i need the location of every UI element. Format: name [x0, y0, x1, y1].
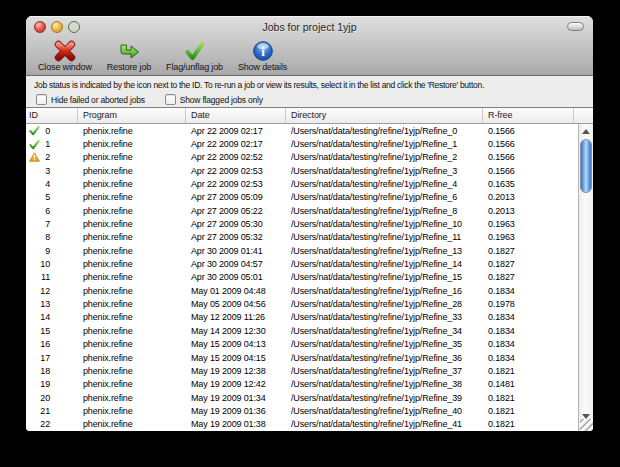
job-directory-cell: /Users/nat/data/testing/refine/1yjp/Refi…: [286, 232, 483, 242]
minimize-button[interactable]: [51, 21, 63, 33]
titlebar[interactable]: Jobs for project 1yjp: [26, 16, 593, 38]
toolbar: Close window Restore job Flag/unflag job: [26, 38, 593, 75]
table-row[interactable]: 0phenix.refineApr 22 2009 02:17/Users/na…: [26, 124, 578, 137]
job-id-cell: 13: [26, 299, 78, 310]
job-date-cell: Apr 27 2009 05:09: [186, 192, 286, 202]
close-window-button[interactable]: Close window: [38, 40, 92, 72]
toolbar-button-label: Restore job: [107, 62, 151, 72]
close-button[interactable]: [34, 21, 46, 33]
job-id: 5: [40, 192, 50, 202]
status-icon-empty: [28, 365, 40, 376]
job-program-cell: phenix.refine: [78, 299, 186, 309]
table-row[interactable]: 12phenix.refineMay 01 2009 04:48/Users/n…: [26, 284, 578, 297]
job-rfree-cell: 0.1827: [483, 246, 574, 256]
column-header-directory[interactable]: Directory: [286, 108, 483, 123]
column-header-id[interactable]: ID: [26, 108, 78, 123]
job-rfree-cell: 0.1834: [483, 353, 574, 363]
column-header-date[interactable]: Date: [186, 108, 286, 123]
table-row[interactable]: 10phenix.refineApr 30 2009 04:57/Users/n…: [26, 257, 578, 270]
window-chrome: Jobs for project 1yjp Close window: [26, 16, 593, 76]
status-icon-empty: [28, 245, 40, 256]
job-rfree-cell: 0.1566: [483, 139, 574, 149]
table-row[interactable]: 16phenix.refineMay 15 2009 04:13/Users/n…: [26, 338, 578, 351]
job-date-cell: May 15 2009 04:15: [186, 353, 286, 363]
job-date-cell: Apr 22 2009 02:17: [186, 139, 286, 149]
table-row[interactable]: 8phenix.refineApr 27 2009 05:32/Users/na…: [26, 231, 578, 244]
job-date-cell: Apr 30 2009 04:57: [186, 259, 286, 269]
job-program-cell: phenix.refine: [78, 259, 186, 269]
toolbar-toggle-button[interactable]: [567, 22, 584, 31]
job-date-cell: May 05 2009 04:56: [186, 299, 286, 309]
table-row[interactable]: 21phenix.refineMay 19 2009 01:36/Users/n…: [26, 404, 578, 417]
column-header-program[interactable]: Program: [78, 108, 186, 123]
job-id-cell: 2: [26, 152, 78, 163]
show-flagged-checkbox[interactable]: Show flagged jobs only: [165, 94, 263, 105]
status-icon-empty: [28, 179, 40, 190]
table-row[interactable]: 6phenix.refineApr 27 2009 05:22/Users/na…: [26, 204, 578, 217]
job-id-cell: 22: [26, 419, 78, 430]
job-program-cell: phenix.refine: [78, 393, 186, 403]
job-directory-cell: /Users/nat/data/testing/refine/1yjp/Refi…: [286, 246, 483, 256]
table-row[interactable]: 14phenix.refineMay 12 2009 11:26/Users/n…: [26, 311, 578, 324]
job-id: 15: [40, 326, 50, 336]
zoom-button[interactable]: [68, 21, 80, 33]
table-row[interactable]: 19phenix.refineMay 19 2009 12:42/Users/n…: [26, 378, 578, 391]
table-row[interactable]: 13phenix.refineMay 05 2009 04:56/Users/n…: [26, 297, 578, 310]
job-date-cell: May 19 2009 01:36: [186, 406, 286, 416]
job-id: 3: [40, 166, 50, 176]
table-row[interactable]: 15phenix.refineMay 14 2009 12:30/Users/n…: [26, 324, 578, 337]
vertical-scrollbar[interactable]: [578, 124, 593, 431]
job-id-cell: 0: [26, 125, 78, 136]
table-row[interactable]: 7phenix.refineApr 27 2009 05:30/Users/na…: [26, 217, 578, 230]
warning-icon: [28, 152, 40, 163]
scrollbar-thumb[interactable]: [580, 139, 592, 193]
hide-failed-checkbox[interactable]: Hide failed or aborted jobs: [36, 94, 145, 105]
status-icon-empty: [28, 392, 40, 403]
checkbox-icon[interactable]: [36, 94, 47, 105]
job-rfree-cell: 0.1481: [483, 379, 574, 389]
table-row[interactable]: 4phenix.refineApr 22 2009 02:53/Users/na…: [26, 177, 578, 190]
job-directory-cell: /Users/nat/data/testing/refine/1yjp/Refi…: [286, 179, 483, 189]
column-header-rfree[interactable]: R-free: [483, 108, 574, 123]
table-row[interactable]: 20phenix.refineMay 19 2009 01:34/Users/n…: [26, 391, 578, 404]
job-date-cell: May 14 2009 12:30: [186, 326, 286, 336]
job-date-cell: May 19 2009 01:34: [186, 393, 286, 403]
restore-job-button[interactable]: Restore job: [107, 40, 151, 72]
table-row[interactable]: 9phenix.refineApr 30 2009 01:41/Users/na…: [26, 244, 578, 257]
resize-grip[interactable]: [580, 419, 593, 431]
table-row[interactable]: 11phenix.refineApr 30 2009 05:01/Users/n…: [26, 271, 578, 284]
table-row[interactable]: 5phenix.refineApr 27 2009 05:09/Users/na…: [26, 191, 578, 204]
job-rfree-cell: 0.1963: [483, 232, 574, 242]
job-date-cell: Apr 27 2009 05:22: [186, 206, 286, 216]
success-check-icon: [28, 125, 40, 136]
job-directory-cell: /Users/nat/data/testing/refine/1yjp/Refi…: [286, 366, 483, 376]
success-check-icon: [28, 139, 40, 150]
checkbox-icon[interactable]: [165, 94, 176, 105]
table-row[interactable]: 17phenix.refineMay 15 2009 04:15/Users/n…: [26, 351, 578, 364]
job-id: 12: [40, 286, 50, 296]
job-id-cell: 3: [26, 165, 78, 176]
job-id: 19: [40, 379, 50, 389]
table-row[interactable]: 3phenix.refineApr 22 2009 02:53/Users/na…: [26, 164, 578, 177]
job-id-cell: 7: [26, 219, 78, 230]
scrollbar-up-arrow-icon[interactable]: [582, 129, 590, 134]
table-row[interactable]: 2phenix.refineApr 22 2009 02:52/Users/na…: [26, 151, 578, 164]
job-program-cell: phenix.refine: [78, 379, 186, 389]
status-icon-empty: [28, 299, 40, 310]
flag-unflag-job-button[interactable]: Flag/unflag job: [166, 40, 223, 72]
close-x-icon: [54, 40, 76, 62]
job-program-cell: phenix.refine: [78, 366, 186, 376]
job-id: 16: [40, 339, 50, 349]
job-program-cell: phenix.refine: [78, 126, 186, 136]
status-icon-empty: [28, 232, 40, 243]
job-rfree-cell: 0.2013: [483, 192, 574, 202]
table-row[interactable]: 22phenix.refineMay 19 2009 01:38/Users/n…: [26, 418, 578, 431]
show-details-button[interactable]: i Show details: [238, 40, 287, 72]
job-rfree-cell: 0.1978: [483, 299, 574, 309]
job-date-cell: Apr 22 2009 02:53: [186, 179, 286, 189]
job-date-cell: May 19 2009 12:38: [186, 366, 286, 376]
job-id-cell: 16: [26, 339, 78, 350]
content-strip: Job status is indicated by the icon next…: [26, 76, 593, 107]
table-row[interactable]: 18phenix.refineMay 19 2009 12:38/Users/n…: [26, 364, 578, 377]
table-row[interactable]: 1phenix.refineApr 22 2009 02:17/Users/na…: [26, 137, 578, 150]
